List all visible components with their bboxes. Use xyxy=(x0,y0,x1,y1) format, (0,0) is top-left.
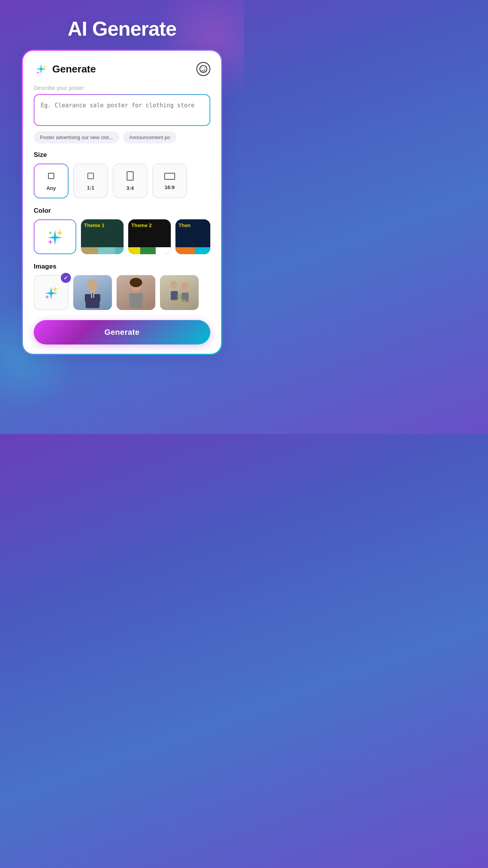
svg-rect-14 xyxy=(92,293,93,298)
svg-point-20 xyxy=(170,281,177,289)
man-photo-stub xyxy=(73,275,112,310)
color-ai[interactable] xyxy=(34,219,76,254)
images-section-title: Images xyxy=(34,263,210,270)
svg-rect-6 xyxy=(88,173,94,179)
card-title: Generate xyxy=(52,63,96,75)
size-1-1-label: 1:1 xyxy=(87,185,95,191)
woman-photo-stub xyxy=(117,275,155,310)
image-ai-sparkle-icon xyxy=(43,285,60,300)
size-3-4-icon xyxy=(127,171,134,183)
svg-point-2 xyxy=(203,67,204,68)
chip-1[interactable]: Poster advertising our new clot... xyxy=(34,131,119,143)
color-options: Theme 1 Theme 2 xyxy=(34,219,210,254)
svg-point-25 xyxy=(177,294,182,299)
svg-point-3 xyxy=(204,67,205,69)
suggestion-chips: Poster advertising our new clot... Annou… xyxy=(34,131,210,143)
color-theme2[interactable]: Theme 2 xyxy=(128,219,171,254)
svg-rect-8 xyxy=(165,173,175,179)
svg-rect-19 xyxy=(140,293,143,300)
theme1-label: Theme 1 xyxy=(84,222,105,228)
image-ai[interactable]: ✓ xyxy=(34,275,69,310)
poster-description-input[interactable] xyxy=(34,95,210,124)
svg-rect-5 xyxy=(48,173,54,179)
svg-point-4 xyxy=(204,69,205,70)
color-theme1[interactable]: Theme 1 xyxy=(81,219,124,254)
image-options: ✓ xyxy=(34,275,210,310)
size-16-9-icon xyxy=(164,172,175,182)
palette-button[interactable] xyxy=(196,62,210,76)
size-any[interactable]: Any xyxy=(34,164,69,198)
svg-point-1 xyxy=(201,67,203,69)
size-1-1-icon xyxy=(86,172,95,183)
describe-label: Describe your poster xyxy=(34,85,210,91)
chip-2[interactable]: Announcement po xyxy=(123,131,177,143)
svg-rect-18 xyxy=(129,293,132,300)
size-section-title: Size xyxy=(34,151,210,159)
svg-point-16 xyxy=(130,278,142,287)
svg-rect-24 xyxy=(172,300,186,308)
theme2-label: Theme 2 xyxy=(131,222,152,228)
svg-point-9 xyxy=(87,279,98,292)
svg-rect-7 xyxy=(127,172,133,180)
size-options: Any 1:1 3:4 xyxy=(34,164,210,198)
generate-button[interactable]: Generate xyxy=(34,320,210,344)
svg-rect-21 xyxy=(171,291,178,300)
size-3-4[interactable]: 3:4 xyxy=(113,164,148,198)
team-photo-stub xyxy=(160,275,199,310)
theme3-label: Then xyxy=(179,222,191,228)
color-ai-sparkle-icon xyxy=(45,228,65,246)
svg-point-22 xyxy=(181,282,188,290)
color-theme3[interactable]: Then xyxy=(175,219,210,254)
color-section-title: Color xyxy=(34,207,210,215)
page-title: AI Generate xyxy=(68,17,177,40)
image-team[interactable] xyxy=(160,275,199,310)
size-any-label: Any xyxy=(46,185,56,191)
size-any-icon xyxy=(46,171,56,183)
svg-point-0 xyxy=(200,65,207,72)
text-input-wrap xyxy=(34,94,210,126)
sparkle-icon xyxy=(34,62,48,76)
size-1-1[interactable]: 1:1 xyxy=(73,164,108,198)
header-left: Generate xyxy=(34,62,96,76)
image-man[interactable] xyxy=(73,275,112,310)
main-card: Generate Describe your poster Poster adv xyxy=(22,50,222,355)
svg-rect-12 xyxy=(97,294,100,302)
size-16-9-label: 16:9 xyxy=(165,184,175,190)
size-16-9[interactable]: 16:9 xyxy=(152,164,187,198)
image-woman[interactable] xyxy=(117,275,155,310)
size-3-4-label: 3:4 xyxy=(127,185,134,191)
ai-selected-check: ✓ xyxy=(61,273,71,283)
card-header: Generate xyxy=(34,62,210,76)
svg-rect-11 xyxy=(85,294,88,302)
